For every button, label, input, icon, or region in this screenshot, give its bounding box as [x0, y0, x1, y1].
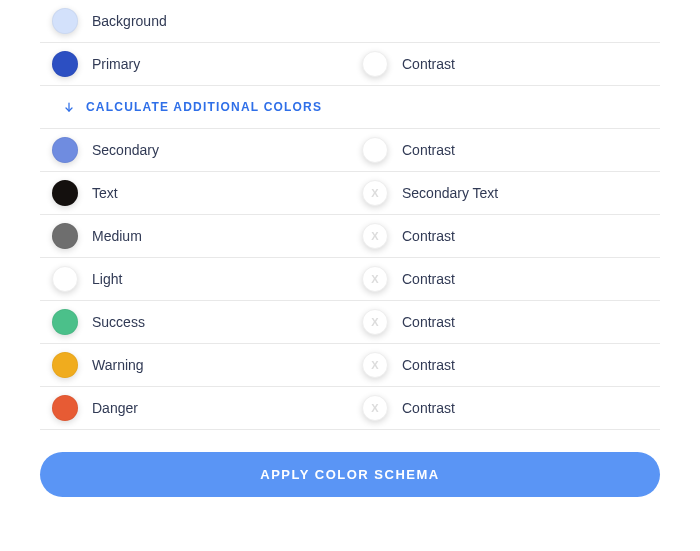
label-light: Light — [92, 271, 122, 287]
color-cell-primary: Primary — [40, 51, 350, 77]
color-cell-background: Background — [40, 8, 350, 34]
label-text: Text — [92, 185, 118, 201]
label-primary-contrast: Contrast — [402, 56, 455, 72]
swatch-text-contrast[interactable] — [362, 180, 388, 206]
contrast-cell-primary: Contrast — [350, 51, 660, 77]
swatch-primary[interactable] — [52, 51, 78, 77]
label-medium-contrast: Contrast — [402, 228, 455, 244]
calculate-label: CALCULATE ADDITIONAL COLORS — [86, 100, 322, 114]
label-danger: Danger — [92, 400, 138, 416]
swatch-warning[interactable] — [52, 352, 78, 378]
swatch-light[interactable] — [52, 266, 78, 292]
label-primary: Primary — [92, 56, 140, 72]
swatch-text[interactable] — [52, 180, 78, 206]
label-secondary-contrast: Contrast — [402, 142, 455, 158]
label-warning: Warning — [92, 357, 144, 373]
swatch-medium[interactable] — [52, 223, 78, 249]
label-danger-contrast: Contrast — [402, 400, 455, 416]
swatch-primary-contrast[interactable] — [362, 51, 388, 77]
color-row-medium: Medium Contrast — [40, 215, 660, 258]
swatch-light-contrast[interactable] — [362, 266, 388, 292]
color-row-success: Success Contrast — [40, 301, 660, 344]
color-row-secondary: Secondary Contrast — [40, 129, 660, 172]
color-row-warning: Warning Contrast — [40, 344, 660, 387]
swatch-success-contrast[interactable] — [362, 309, 388, 335]
swatch-danger-contrast[interactable] — [362, 395, 388, 421]
color-row-text: Text Secondary Text — [40, 172, 660, 215]
color-row-light: Light Contrast — [40, 258, 660, 301]
apply-color-schema-button[interactable]: APPLY COLOR SCHEMA — [40, 452, 660, 497]
swatch-medium-contrast[interactable] — [362, 223, 388, 249]
label-secondary: Secondary — [92, 142, 159, 158]
label-background: Background — [92, 13, 167, 29]
color-row-primary: Primary Contrast — [40, 43, 660, 86]
label-text-contrast: Secondary Text — [402, 185, 498, 201]
label-medium: Medium — [92, 228, 142, 244]
label-success-contrast: Contrast — [402, 314, 455, 330]
swatch-success[interactable] — [52, 309, 78, 335]
calculate-additional-colors-button[interactable]: CALCULATE ADDITIONAL COLORS — [40, 86, 660, 129]
swatch-warning-contrast[interactable] — [362, 352, 388, 378]
swatch-secondary[interactable] — [52, 137, 78, 163]
swatch-background[interactable] — [52, 8, 78, 34]
arrow-down-icon — [62, 100, 76, 114]
swatch-danger[interactable] — [52, 395, 78, 421]
label-warning-contrast: Contrast — [402, 357, 455, 373]
label-light-contrast: Contrast — [402, 271, 455, 287]
color-row-danger: Danger Contrast — [40, 387, 660, 430]
color-row-background: Background — [40, 0, 660, 43]
label-success: Success — [92, 314, 145, 330]
swatch-secondary-contrast[interactable] — [362, 137, 388, 163]
